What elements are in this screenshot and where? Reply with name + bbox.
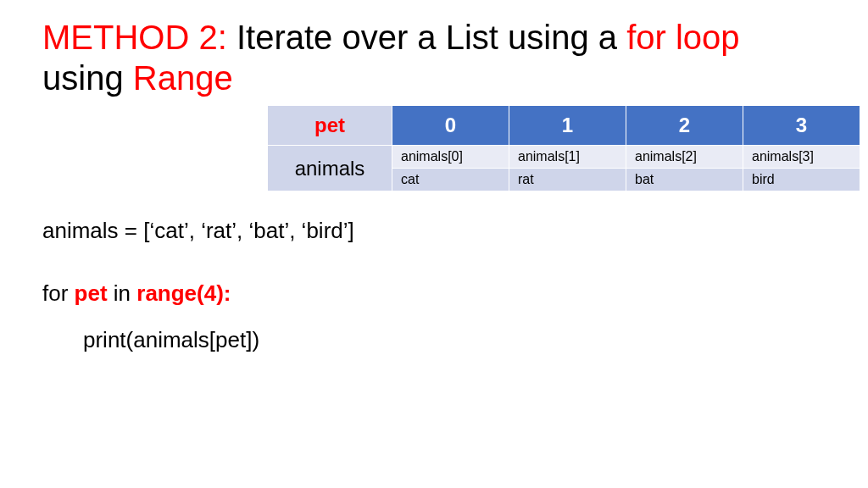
cell-animals2: animals[2] [626,146,743,169]
cell-animals1: animals[1] [509,146,626,169]
table-header-row: pet 0 1 2 3 [268,106,860,146]
table-wrap: pet 0 1 2 3 animals animals[0] animals[1… [267,105,826,191]
code-block: animals = [‘cat’, ‘rat’, ‘bat’, ‘bird’] … [42,215,826,355]
cell-animals0: animals[0] [392,146,509,169]
code-in: in [108,280,137,306]
cell-bird: bird [743,169,860,191]
index-table: pet 0 1 2 3 animals animals[0] animals[1… [267,105,860,191]
code-line-1: animals = [‘cat’, ‘rat’, ‘bat’, ‘bird’] [42,215,826,246]
title-forloop: for loop [626,19,739,56]
header-1: 1 [509,106,626,146]
title-range: Range [133,59,233,97]
header-2: 2 [626,106,743,146]
title-text2: using [42,59,133,97]
header-pet: pet [268,106,392,146]
slide: METHOD 2: Iterate over a List using a fo… [0,0,868,387]
code-line-2: for pet in range(4): [42,278,826,308]
cell-cat: cat [392,169,509,191]
table-row: animals animals[0] animals[1] animals[2]… [268,146,860,169]
code-for: for [42,280,75,306]
code-pet: pet [75,280,108,306]
header-0: 0 [392,106,509,146]
code-range: range(4): [136,280,231,306]
cell-animals3: animals[3] [743,146,860,169]
code-line-3: print(animals[pet]) [42,324,826,355]
title-text1: Iterate over a List using a [236,19,626,56]
cell-rat: rat [509,169,626,191]
title-method: METHOD 2: [42,19,236,56]
cell-bat: bat [626,169,743,191]
row-label-animals: animals [268,146,392,191]
header-3: 3 [743,106,860,146]
slide-title: METHOD 2: Iterate over a List using a fo… [42,17,826,98]
